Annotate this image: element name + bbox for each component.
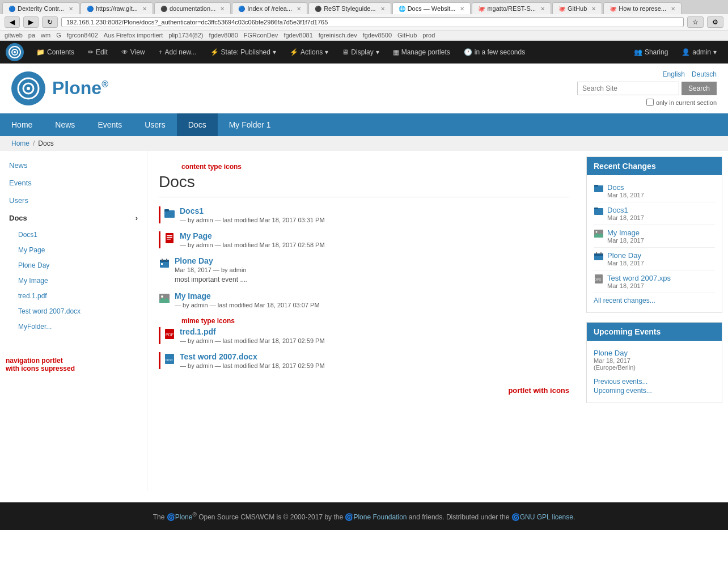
back-button[interactable]: ◀ — [5, 16, 20, 28]
tab-dexterity[interactable]: 🔵 Dexterity Contr... ✕ — [2, 2, 79, 14]
doc-link-mypage[interactable]: My Page — [180, 231, 212, 240]
browser-tabs: 🔵 Dexterity Contr... ✕ 🔵 https://raw.git… — [0, 0, 728, 14]
portlet-link-myimage[interactable]: My Image — [607, 229, 640, 237]
tab-github[interactable]: 🐙 GitHub ✕ — [552, 2, 602, 14]
bookmark-g[interactable]: G — [56, 32, 61, 39]
recent-changes-body: Docs Mar 18, 2017 Docs1 Mar 18, 2017 — [587, 175, 722, 312]
doc-link-docs1[interactable]: Docs1 — [180, 206, 204, 215]
bookmark-gitweb[interactable]: gitweb — [5, 32, 23, 39]
portlet-annotation: portlet with icons — [159, 386, 569, 395]
doc-item-ploneday: Plone Day Mar 18, 2017 — by admin most i… — [159, 256, 569, 284]
footer-gpl-link[interactable]: 🌀GNU GPL license — [511, 513, 573, 521]
sidebar-subitem-docs1[interactable]: Docs1 — [9, 227, 147, 242]
bookmark-plip[interactable]: plip1734(82) — [168, 32, 203, 39]
bookmark-aus[interactable]: Aus Firefox importiert — [104, 32, 163, 39]
bookmark-fgdev8080[interactable]: fgdev8080 — [209, 32, 238, 39]
tab-mgatto[interactable]: 🐙 mgatto/REST-S... ✕ — [472, 2, 551, 14]
sidebar-subitem-tred[interactable]: tred.1.pdf — [9, 288, 147, 303]
toolbar-contents[interactable]: 📁 Contents — [31, 46, 80, 58]
lang-english[interactable]: English — [663, 70, 685, 78]
tab-docs[interactable]: 🌐 Docs — Websit... ✕ — [392, 2, 471, 14]
sidebar-subitem-myfolder[interactable]: MyFolder... — [9, 319, 147, 334]
sidebar-subitem-ploneday[interactable]: Plone Day — [9, 257, 147, 273]
svg-text:DOC: DOC — [166, 358, 173, 362]
forward-button[interactable]: ▶ — [23, 16, 39, 28]
toolbar-state[interactable]: ⚡ State: Published▾ — [205, 46, 282, 58]
only-current-checkbox[interactable] — [646, 99, 654, 106]
bookmark-fgreinisch[interactable]: fgreinisch.dev — [319, 32, 357, 39]
portlet-link-docs[interactable]: Docs — [607, 183, 624, 192]
tab-rest[interactable]: ⚫ ReST Styleguide... ✕ — [308, 2, 391, 14]
toolbar-display[interactable]: 🖥 Display▾ — [336, 46, 384, 58]
doc-link-myimage[interactable]: My Image — [175, 291, 211, 301]
nav-news[interactable]: News — [44, 113, 86, 136]
nav-events[interactable]: Events — [86, 113, 133, 136]
upcoming-link-ploneday[interactable]: Plone Day — [594, 349, 628, 357]
doc-link-ploneday[interactable]: Plone Day — [175, 256, 213, 265]
browser-chrome: 🔵 Dexterity Contr... ✕ 🔵 https://raw.git… — [0, 0, 728, 41]
bookmark-prod[interactable]: prod — [422, 32, 435, 39]
bookmark-pa[interactable]: pa — [28, 32, 35, 39]
previous-events-link[interactable]: Previous events... — [594, 378, 715, 386]
toolbar-admin[interactable]: 👤 admin▾ — [676, 46, 722, 58]
sharing-icon: 👥 — [634, 48, 642, 56]
language-links: English Deutsch — [663, 70, 717, 78]
toolbar-clock[interactable]: 🕐 in a few seconds — [458, 46, 531, 58]
svg-rect-9 — [167, 235, 172, 236]
bookmark-button[interactable]: ☆ — [687, 16, 704, 28]
bookmark-fgrcon[interactable]: fgrcon8402 — [67, 32, 98, 39]
sidebar-item-docs-section[interactable]: Docs › — [0, 209, 147, 227]
toolbar-edit[interactable]: ✏ Edit — [82, 46, 113, 58]
portlet-item-info-docs: Docs Mar 18, 2017 — [607, 183, 715, 198]
sidebar-item-users[interactable]: Users — [0, 192, 147, 209]
svg-point-5 — [27, 87, 30, 90]
sidebar-subitem-myimage[interactable]: My Image — [9, 273, 147, 288]
content-area: content type icons Docs Docs1 — by admin… — [147, 151, 581, 491]
bookmark-wm[interactable]: wm — [41, 32, 50, 39]
nav-home[interactable]: Home — [0, 113, 44, 136]
upcoming-events-link[interactable]: Upcoming events... — [594, 387, 715, 395]
sidebar-subitem-testword[interactable]: Test word 2007.docx — [9, 303, 147, 319]
bookmark-fgrcondev[interactable]: FGRconDev — [244, 32, 278, 39]
toolbar-actions[interactable]: ⚡ Actions▾ — [284, 46, 334, 58]
nav-myfolder[interactable]: My Folder 1 — [218, 113, 282, 136]
doc-icon-pdf: PDF — [164, 328, 175, 340]
bolt-icon: ⚡ — [290, 48, 298, 56]
search-input[interactable] — [577, 82, 679, 95]
bookmark-fgdev8081[interactable]: fgdev8081 — [283, 32, 312, 39]
tab-raw-git[interactable]: 🔵 https://raw.git... ✕ — [81, 2, 153, 14]
search-button[interactable]: Search — [682, 82, 717, 95]
toolbar-view[interactable]: 👁 View — [116, 46, 151, 58]
toolbar-sharing[interactable]: 👥 Sharing — [628, 46, 674, 58]
footer-foundation-link[interactable]: 🌀Plone Foundation — [345, 513, 407, 521]
svg-rect-34 — [600, 252, 602, 254]
bookmark-fgdev8500[interactable]: fgdev8500 — [363, 32, 392, 39]
reload-button[interactable]: ↻ — [42, 16, 58, 28]
sidebar-subitem-mypage[interactable]: My Page — [9, 242, 147, 257]
state-icon: ⚡ — [210, 48, 219, 56]
bookmark-github[interactable]: GitHub — [397, 32, 417, 39]
doc-link-tred[interactable]: tred.1.pdf — [180, 327, 216, 336]
toolbar-add-new[interactable]: + Add new... — [153, 46, 202, 58]
upcoming-events-body: Plone Day Mar 18, 2017 (Europe/Berlin) P… — [587, 341, 722, 403]
address-bar[interactable]: 192.168.1.230:8082/Plone/docs?_authentic… — [61, 17, 684, 27]
doc-link-testword[interactable]: Test word 2007.docx — [180, 352, 257, 361]
tab-documentation[interactable]: ⚫ documentation... ✕ — [154, 2, 231, 14]
all-recent-changes-link[interactable]: All recent changes... — [594, 293, 715, 308]
sidebar-item-news[interactable]: News — [0, 156, 147, 174]
nav-docs[interactable]: Docs — [177, 113, 218, 136]
nav-users[interactable]: Users — [133, 113, 177, 136]
portlet-link-ploneday[interactable]: Plone Day — [607, 251, 641, 260]
tab-howto[interactable]: 🐙 How to represe... ✕ — [603, 2, 682, 14]
folder-icon: 📁 — [36, 48, 45, 56]
portlet-link-testword[interactable]: Test word 2007.xps — [607, 274, 671, 282]
footer-plone-link[interactable]: 🌀Plone — [167, 513, 193, 521]
extensions-button[interactable]: ⚙ — [707, 16, 723, 28]
portlet-link-docs1[interactable]: Docs1 — [607, 206, 628, 214]
toolbar-manage-portlets[interactable]: ▦ Manage portlets — [387, 46, 456, 58]
sidebar-item-events[interactable]: Events — [0, 174, 147, 192]
tab-index[interactable]: 🔵 Index of /relea... ✕ — [232, 2, 307, 14]
lang-deutsch[interactable]: Deutsch — [692, 70, 717, 78]
breadcrumb-home[interactable]: Home — [11, 139, 29, 147]
svg-rect-13 — [160, 260, 169, 262]
